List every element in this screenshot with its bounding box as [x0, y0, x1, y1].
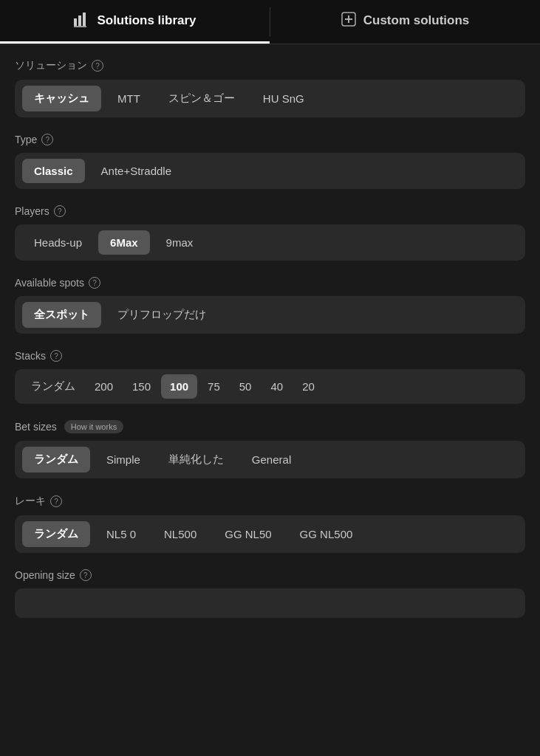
- solution-help-icon[interactable]: ?: [92, 60, 103, 72]
- section-available-spots-label: Available spots ?: [15, 277, 525, 289]
- section-players: Players ? Heads-up 6Max 9max: [15, 205, 525, 261]
- btn-stacks-150[interactable]: 150: [123, 374, 160, 399]
- how-it-works-badge[interactable]: How it works: [64, 420, 123, 433]
- btn-stacks-random[interactable]: ランダム: [22, 374, 84, 399]
- solution-button-group: キャッシュ MTT スピン＆ゴー HU SnG: [15, 80, 525, 117]
- btn-bet-general[interactable]: General: [240, 447, 303, 472]
- stacks-help-icon[interactable]: ?: [50, 350, 62, 362]
- rake-button-group: ランダム NL5 0 NL500 GG NL50 GG NL500: [15, 515, 525, 553]
- btn-hu-sng[interactable]: HU SnG: [251, 86, 316, 111]
- section-opening-size: Opening size ?: [15, 569, 525, 618]
- section-rake-label: レーキ ?: [15, 495, 525, 508]
- type-help-icon[interactable]: ?: [41, 134, 53, 145]
- opening-size-help-icon[interactable]: ?: [80, 569, 92, 581]
- btn-stacks-20[interactable]: 20: [293, 374, 324, 399]
- btn-rake-nl50[interactable]: NL5 0: [95, 521, 148, 547]
- btn-stacks-40[interactable]: 40: [262, 374, 292, 399]
- btn-mtt[interactable]: MTT: [106, 86, 152, 111]
- section-type: Type ? Classic Ante+Straddle: [15, 134, 525, 189]
- players-help-icon[interactable]: ?: [54, 205, 66, 217]
- btn-stacks-100[interactable]: 100: [161, 374, 197, 399]
- bet-sizes-label-row: Bet sizes How it works: [15, 420, 525, 433]
- section-bet-sizes: Bet sizes How it works ランダム Simple 単純化した…: [15, 420, 525, 478]
- btn-spin[interactable]: スピン＆ゴー: [157, 86, 247, 111]
- tab-custom-solutions[interactable]: Custom solutions: [270, 0, 540, 44]
- section-players-label: Players ?: [15, 205, 525, 217]
- section-solution: ソリューション ? キャッシュ MTT スピン＆ゴー HU SnG: [15, 59, 525, 117]
- btn-rake-nl500[interactable]: NL500: [152, 521, 208, 547]
- btn-ante-straddle[interactable]: Ante+Straddle: [89, 159, 184, 183]
- players-button-group: Heads-up 6Max 9max: [15, 224, 525, 261]
- tab-bar: Solutions library Custom solutions: [0, 0, 540, 44]
- btn-9max[interactable]: 9max: [154, 230, 205, 255]
- solutions-library-icon: [73, 11, 89, 31]
- btn-rake-gg-nl50[interactable]: GG NL50: [213, 521, 283, 547]
- tab-custom-solutions-label: Custom solutions: [363, 13, 470, 28]
- svg-rect-0: [74, 18, 77, 26]
- btn-6max[interactable]: 6Max: [98, 230, 150, 255]
- available-spots-help-icon[interactable]: ?: [89, 277, 100, 289]
- tab-solutions-library[interactable]: Solutions library: [0, 0, 270, 44]
- tab-solutions-library-label: Solutions library: [97, 13, 196, 28]
- rake-help-icon[interactable]: ?: [50, 495, 62, 507]
- section-solution-label: ソリューション ?: [15, 59, 525, 72]
- section-type-label: Type ?: [15, 134, 525, 145]
- btn-rake-random[interactable]: ランダム: [22, 521, 90, 547]
- available-spots-button-group: 全スポット プリフロップだけ: [15, 296, 525, 334]
- section-stacks: Stacks ? ランダム 200 150 100 75 50 40 20: [15, 350, 525, 404]
- section-rake: レーキ ? ランダム NL5 0 NL500 GG NL50 GG NL500: [15, 495, 525, 553]
- bet-sizes-button-group: ランダム Simple 単純化した General: [15, 441, 525, 478]
- btn-stacks-200[interactable]: 200: [86, 374, 122, 399]
- btn-classic[interactable]: Classic: [22, 159, 85, 183]
- btn-bet-random[interactable]: ランダム: [22, 447, 90, 472]
- opening-size-button-group: [15, 588, 525, 618]
- btn-heads-up[interactable]: Heads-up: [22, 230, 94, 255]
- stacks-button-group: ランダム 200 150 100 75 50 40 20: [15, 369, 525, 404]
- section-stacks-label: Stacks ?: [15, 350, 525, 362]
- main-content: ソリューション ? キャッシュ MTT スピン＆ゴー HU SnG Type ?…: [0, 44, 540, 649]
- svg-rect-1: [78, 16, 81, 26]
- btn-bet-simplified[interactable]: 単純化した: [157, 447, 236, 472]
- section-opening-size-label: Opening size ?: [15, 569, 525, 581]
- custom-solutions-icon: [341, 12, 356, 30]
- svg-rect-2: [83, 13, 86, 26]
- btn-preflop-only[interactable]: プリフロップだけ: [106, 302, 218, 328]
- btn-bet-simple[interactable]: Simple: [95, 447, 152, 472]
- btn-stacks-75[interactable]: 75: [199, 374, 229, 399]
- type-button-group: Classic Ante+Straddle: [15, 153, 525, 189]
- section-available-spots: Available spots ? 全スポット プリフロップだけ: [15, 277, 525, 334]
- btn-stacks-50[interactable]: 50: [230, 374, 261, 399]
- btn-all-spots[interactable]: 全スポット: [22, 302, 101, 328]
- section-bet-sizes-label: Bet sizes: [15, 421, 57, 433]
- btn-rake-gg-nl500[interactable]: GG NL500: [288, 521, 365, 547]
- btn-cash[interactable]: キャッシュ: [22, 86, 101, 111]
